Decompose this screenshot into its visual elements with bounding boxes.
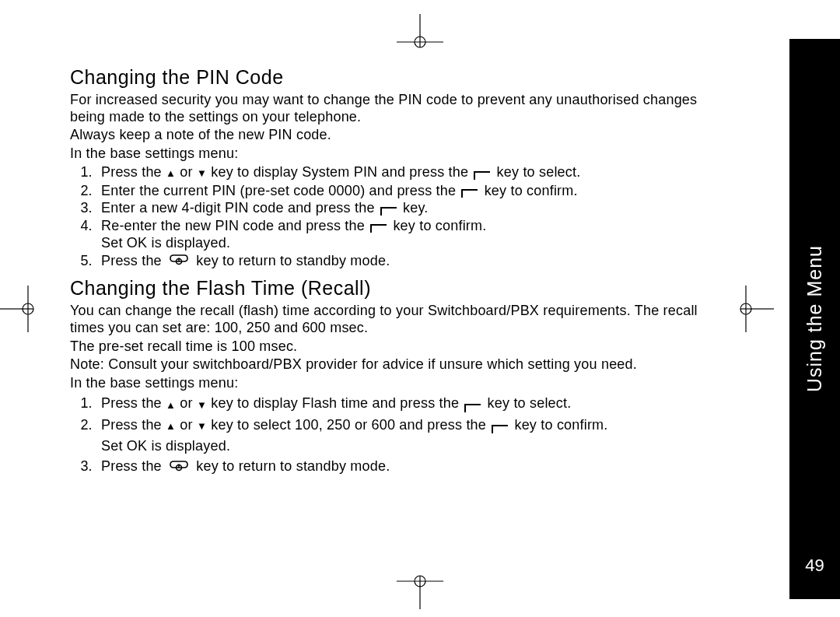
flash-intro: You can change the recall (flash) time a…: [70, 303, 708, 336]
pin-intro: For increased security you may want to c…: [70, 92, 708, 125]
flash-note: Note: Consult your switchboard/PBX provi…: [70, 356, 708, 373]
crop-mark-left: [0, 286, 36, 332]
page-content: Changing the PIN Code For increased secu…: [70, 66, 708, 476]
heading-flash-time: Changing the Flash Time (Recall): [70, 277, 708, 300]
power-key-icon: [169, 253, 189, 267]
pin-menucue: In the base settings menu:: [70, 145, 708, 163]
pin-step-3: Enter a new 4-digit PIN code and press t…: [96, 199, 708, 217]
page-number: 49: [805, 556, 824, 576]
crop-mark-top: [397, 14, 443, 50]
softkey-icon: [492, 419, 509, 429]
power-key-icon: [169, 458, 189, 472]
up-arrow-icon: [166, 415, 176, 435]
crop-mark-bottom: [397, 573, 443, 609]
softkey-icon: [474, 167, 491, 177]
heading-pin-code: Changing the PIN Code: [70, 66, 708, 89]
sidebar-title: Using the Menu: [803, 245, 826, 392]
flash-preset: The pre-set recall time is 100 msec.: [70, 338, 708, 356]
flash-step-1: Press the or key to display Flash time a…: [96, 393, 708, 414]
pin-step-2: Enter the current PIN (pre-set code 0000…: [96, 182, 708, 200]
pin-step-4: Re-enter the new PIN code and press the …: [96, 217, 708, 252]
down-arrow-icon: [197, 394, 207, 414]
crop-mark-right: [738, 286, 774, 332]
softkey-icon: [464, 398, 481, 408]
sidebar-tab: Using the Menu 49: [789, 39, 840, 599]
softkey-icon: [461, 185, 478, 195]
flash-step-3: Press the key to return to standby mode.: [96, 456, 708, 476]
up-arrow-icon: [166, 394, 176, 414]
flash-step-list: Press the or key to display Flash time a…: [96, 393, 708, 476]
up-arrow-icon: [166, 163, 176, 181]
down-arrow-icon: [197, 163, 207, 181]
pin-step-5: Press the key to return to standby mode.: [96, 252, 708, 270]
pin-note: Always keep a note of the new PIN code.: [70, 127, 708, 144]
softkey-icon: [380, 203, 397, 212]
down-arrow-icon: [197, 415, 207, 435]
pin-step-list: Press the or key to display System PIN a…: [96, 163, 708, 269]
flash-step-2: Press the or key to select 100, 250 or 6…: [96, 415, 708, 456]
pin-step-1: Press the or key to display System PIN a…: [96, 163, 708, 182]
flash-menucue: In the base settings menu:: [70, 375, 708, 392]
softkey-icon: [370, 220, 387, 230]
